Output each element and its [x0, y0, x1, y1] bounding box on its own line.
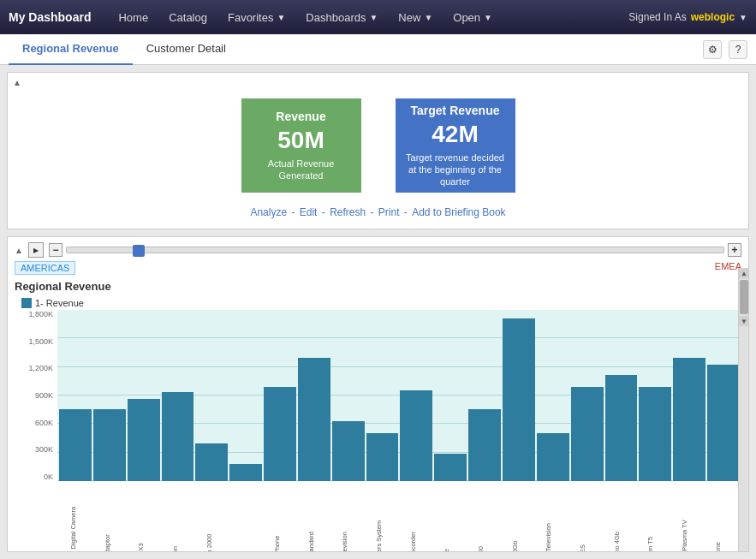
x-label: Plasma HD Television [533, 500, 565, 552]
nav-dashboards[interactable]: Dashboards ▼ [295, 0, 388, 34]
bar [639, 387, 671, 481]
bar-item[interactable] [639, 310, 671, 481]
x-label: LCD 36X Standard [295, 500, 328, 552]
bar-item[interactable] [162, 310, 194, 481]
nav-home[interactable]: Home [108, 0, 158, 34]
bar-item[interactable] [59, 310, 92, 481]
legend-color-box [21, 298, 32, 308]
x-label: Game Station [159, 500, 192, 552]
x-label: Install [227, 500, 259, 552]
scrollbar: ▲ ▼ [738, 268, 748, 551]
help-icon-btn[interactable]: ? [729, 40, 747, 59]
scrollbar-thumb[interactable] [740, 280, 748, 314]
bar-item[interactable] [707, 310, 740, 481]
kpi-revenue-card: Revenue 50M Actual Revenue Generated [241, 98, 361, 193]
bar-chart: 0K300K600K900K1,200K1,500K1,800K [15, 310, 741, 498]
bar-item[interactable] [571, 310, 604, 481]
y-axis: 0K300K600K900K1,200K1,500K1,800K [15, 310, 57, 481]
add-to-briefing-book-link[interactable]: Add to Briefing Book [412, 206, 505, 218]
kpi-target-value: 42M [432, 121, 478, 148]
bar-item[interactable] [195, 310, 228, 481]
print-link[interactable]: Print [378, 206, 400, 218]
bar [229, 464, 262, 481]
user-menu-arrow[interactable]: ▼ [739, 13, 747, 22]
bar-item[interactable] [366, 310, 399, 481]
x-label: Tungsten E Plasma TV [669, 500, 701, 552]
bar [468, 409, 501, 481]
region-labels: AMERICAS EMEA [8, 261, 748, 277]
signed-in-label: Signed In As [628, 11, 686, 23]
y-axis-label: 1,200K [15, 364, 53, 372]
x-label: KeyMax S-Phone [261, 500, 294, 552]
x-label: MP3 Speakers System [363, 500, 396, 552]
bar [503, 318, 535, 481]
chart-collapse-arrow[interactable]: ▲ [15, 246, 23, 255]
tab-actions: ⚙ ? [703, 40, 747, 59]
bar-item[interactable] [434, 310, 467, 481]
slider-track[interactable] [66, 247, 724, 253]
kpi-actions: Analyze - Edit - Refresh - Print - Add t… [16, 201, 740, 220]
x-label: 7 Megapixel Digital Camera [57, 500, 90, 552]
x-label: MrEG4 Camcorder [397, 500, 430, 552]
slider-minus[interactable]: − [49, 243, 63, 257]
scrollbar-up[interactable]: ▲ [739, 268, 749, 278]
bar-item[interactable] [229, 310, 262, 481]
bar-item[interactable] [298, 310, 330, 481]
bar [707, 365, 740, 481]
bar-item[interactable] [332, 310, 365, 481]
kpi-target-card: Target Revenue 42M Target revenue decide… [396, 98, 515, 193]
kpi-revenue-title: Revenue [276, 110, 325, 123]
nav-new[interactable]: New ▼ [388, 0, 443, 34]
slider-container: − + [49, 243, 741, 257]
bar-item[interactable] [264, 310, 296, 481]
bar [128, 399, 160, 481]
bar [605, 375, 638, 481]
x-label: MicroPod d0Gb [499, 500, 532, 552]
x-label: Bluetooth Adaptor [92, 500, 124, 552]
content-area: ▲ Revenue 50M Actual Revenue Generated T… [0, 65, 756, 559]
slider-plus[interactable]: + [728, 243, 741, 257]
bar-item[interactable] [537, 310, 569, 481]
chart-body [57, 310, 741, 481]
app-title: My Dashboard [9, 10, 91, 24]
bar [195, 443, 228, 481]
x-label: CompCell RX3 [125, 500, 158, 552]
bar-item[interactable] [93, 310, 126, 481]
bar [332, 421, 365, 481]
bar [673, 358, 705, 481]
slider-thumb[interactable] [133, 245, 145, 257]
chart-panel-top: ▲ ▶ − + [8, 237, 748, 261]
settings-icon-btn[interactable]: ⚙ [703, 40, 722, 59]
bar-item[interactable] [400, 310, 432, 481]
refresh-link[interactable]: Refresh [330, 206, 366, 218]
x-label: LCD HD Television [329, 500, 361, 552]
chart-panel: ▲ ▶ − + AMERICAS EMEA Regional Revenue 1… [7, 236, 749, 552]
kpi-revenue-sub: Actual Revenue Generated [250, 158, 353, 182]
nav-favorites[interactable]: Favorites ▼ [217, 0, 295, 34]
bar-item[interactable] [605, 310, 638, 481]
kpi-collapse-arrow[interactable]: ▲ [13, 78, 21, 87]
edit-link[interactable]: Edit [300, 206, 318, 218]
scrollbar-down[interactable]: ▼ [739, 316, 749, 326]
bar-item[interactable] [673, 310, 705, 481]
bar-item[interactable] [468, 310, 501, 481]
x-label: PocketFun ES [567, 500, 599, 552]
analyze-link[interactable]: Analyze [250, 206, 287, 218]
bar [59, 409, 92, 481]
bar [298, 358, 330, 481]
kpi-target-title: Target Revenue [411, 104, 500, 117]
bar-item[interactable] [128, 310, 160, 481]
tab-regional-revenue[interactable]: Regional Revenue [9, 34, 133, 65]
play-button[interactable]: ▶ [28, 242, 44, 258]
chart-legend: 1- Revenue [15, 296, 741, 310]
region-americas-label: AMERICAS [15, 261, 75, 275]
kpi-revenue-value: 50M [277, 127, 324, 154]
chart-title: Regional Revenue [8, 277, 748, 296]
bar-item[interactable] [503, 310, 535, 481]
nav-catalog[interactable]: Catalog [158, 0, 217, 34]
kpi-target-sub: Target revenue decided at the beginning … [404, 152, 507, 188]
nav-open[interactable]: Open ▼ [443, 0, 503, 34]
bar [264, 387, 296, 481]
bar [434, 454, 467, 481]
tab-customer-detail[interactable]: Customer Detail [133, 34, 240, 65]
